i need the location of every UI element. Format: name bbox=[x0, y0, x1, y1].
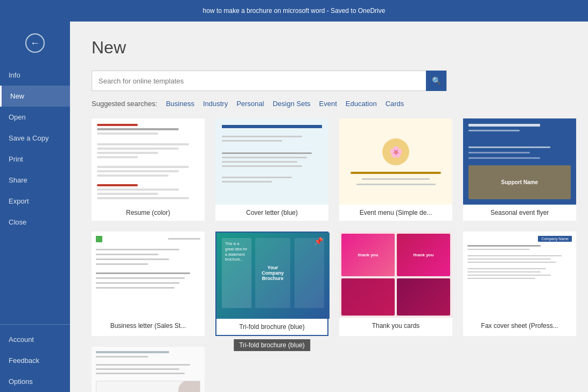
sidebar-nav: Info New Open Save a Copy Print Share Ex… bbox=[0, 65, 70, 392]
back-icon: ← bbox=[25, 33, 45, 53]
sidebar-item-new[interactable]: New bbox=[0, 86, 70, 107]
suggested-label: Suggested searches: bbox=[92, 100, 157, 108]
sidebar-item-save-copy[interactable]: Save a Copy bbox=[0, 128, 70, 149]
template-label: Seasonal event flyer bbox=[463, 205, 576, 221]
sidebar-item-options[interactable]: Options bbox=[0, 371, 70, 392]
template-cover-letter-blue[interactable]: Cover letter (blue) bbox=[215, 118, 328, 221]
sidebar-item-account[interactable]: Account bbox=[0, 329, 70, 350]
sidebar-item-open[interactable]: Open bbox=[0, 107, 70, 128]
sidebar-item-close[interactable]: Close bbox=[0, 212, 70, 233]
template-label: Event menu (Simple de... bbox=[339, 205, 452, 221]
suggested-design-sets[interactable]: Design Sets bbox=[272, 100, 310, 108]
title-bar: how to make a brochure on microsoft word… bbox=[0, 0, 588, 22]
template-label: Fax cover sheet (Profess... bbox=[463, 318, 576, 334]
sidebar-item-share[interactable]: Share bbox=[0, 170, 70, 191]
template-label: Thank you cards bbox=[339, 318, 452, 334]
pin-icon: 📌 bbox=[314, 237, 323, 246]
sidebar-item-label: Info bbox=[9, 71, 20, 79]
template-thumb: thank you thank you bbox=[339, 232, 452, 318]
search-bar: 🔍 bbox=[92, 71, 447, 91]
template-resume-color[interactable]: Resume (color) bbox=[92, 118, 205, 221]
template-thumb: 🌸 bbox=[339, 118, 452, 205]
search-input[interactable] bbox=[92, 77, 426, 85]
sidebar-item-label: Save a Copy bbox=[9, 134, 48, 142]
template-thumb: Company Name bbox=[463, 232, 576, 318]
suggested-industry[interactable]: Industry bbox=[203, 100, 228, 108]
sidebar-item-label: Print bbox=[9, 155, 23, 163]
page-title: New bbox=[92, 38, 566, 58]
suggested-business[interactable]: Business bbox=[166, 100, 194, 108]
suggested-searches: Suggested searches: Business Industry Pe… bbox=[92, 100, 566, 108]
sidebar-item-label: Share bbox=[9, 176, 27, 184]
template-business-letter[interactable]: Business letter (Sales St... bbox=[92, 232, 205, 336]
template-thankyou-cards[interactable]: thank you thank you Thank you cards bbox=[339, 232, 452, 336]
template-thumb bbox=[215, 118, 328, 205]
template-thumb: This is a great idea for a statement bro… bbox=[216, 233, 330, 319]
template-label: Cover letter (blue) bbox=[215, 205, 328, 221]
sidebar-item-label: Account bbox=[9, 335, 34, 344]
template-thumb bbox=[92, 232, 205, 318]
template-thumb bbox=[92, 118, 205, 205]
template-event-menu[interactable]: 🌸 Event menu (Simple de... bbox=[339, 118, 452, 221]
template-label: Resume (color) bbox=[92, 205, 205, 221]
suggested-event[interactable]: Event bbox=[319, 100, 337, 108]
sidebar-item-info[interactable]: Info bbox=[0, 65, 70, 86]
templates-grid: Resume (color) bbox=[92, 118, 566, 392]
template-label: Tri-fold brochure (blue) bbox=[216, 319, 327, 335]
template-wedding-checklist[interactable]: Wedding Calendar Checklist bbox=[92, 347, 205, 392]
search-icon: 🔍 bbox=[432, 76, 441, 85]
sidebar-item-label: Feedback bbox=[9, 356, 39, 365]
tooltip: Tri-fold brochure (blue) bbox=[234, 339, 310, 351]
template-label: Business letter (Sales St... bbox=[92, 318, 205, 334]
title-bar-text: how to make a brochure on microsoft word… bbox=[203, 7, 386, 15]
sidebar-item-label: Export bbox=[9, 197, 29, 205]
template-thumb bbox=[92, 347, 205, 392]
sidebar-bottom: Account Feedback Options bbox=[0, 324, 70, 392]
sidebar-item-label: Close bbox=[9, 218, 26, 226]
sidebar-item-label: Open bbox=[9, 113, 26, 121]
back-button[interactable]: ← bbox=[19, 27, 51, 59]
template-seasonal-flyer[interactable]: Support Name Seasonal event flyer bbox=[463, 118, 576, 221]
suggested-personal[interactable]: Personal bbox=[236, 100, 264, 108]
suggested-cards[interactable]: Cards bbox=[386, 100, 404, 108]
template-thumb: Support Name bbox=[463, 118, 576, 205]
suggested-education[interactable]: Education bbox=[346, 100, 377, 108]
template-fax-cover[interactable]: Company Name Fax bbox=[463, 232, 576, 336]
main-content: New 🔍 Suggested searches: Business Indus… bbox=[70, 22, 588, 392]
search-button[interactable]: 🔍 bbox=[426, 71, 446, 91]
sidebar: ← Info New Open Save a Copy Print Share … bbox=[0, 22, 70, 392]
sidebar-item-export[interactable]: Export bbox=[0, 191, 70, 212]
template-trifold-brochure[interactable]: This is a great idea for a statement bro… bbox=[215, 232, 328, 336]
sidebar-item-feedback[interactable]: Feedback bbox=[0, 350, 70, 371]
sidebar-item-print[interactable]: Print bbox=[0, 149, 70, 170]
sidebar-item-label: Options bbox=[9, 377, 33, 386]
sidebar-item-label: New bbox=[10, 92, 24, 100]
